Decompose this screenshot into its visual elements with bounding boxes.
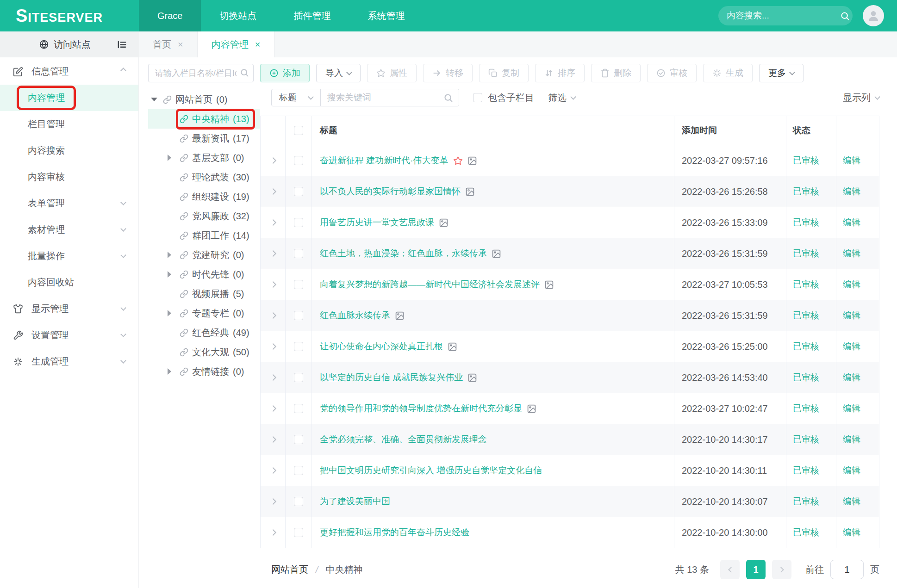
collapse-menu-icon[interactable] (117, 39, 127, 50)
edit-link[interactable]: 编辑 (843, 371, 860, 384)
row-checkbox[interactable] (294, 404, 303, 413)
display-columns-toggle[interactable]: 显示列 (843, 92, 879, 104)
nav-item-switch-site[interactable]: 切换站点 (201, 0, 275, 31)
edit-link[interactable]: 编辑 (843, 186, 860, 198)
transfer-button[interactable]: 转移 (423, 64, 473, 82)
add-button[interactable]: 添加 (260, 64, 310, 82)
channel-search-input[interactable] (148, 64, 254, 82)
sort-button[interactable]: 排序 (535, 64, 585, 82)
attribute-button[interactable]: 属性 (367, 64, 417, 82)
edit-link[interactable]: 编辑 (843, 155, 860, 167)
edit-link[interactable]: 编辑 (843, 433, 860, 446)
edit-link[interactable]: 编辑 (843, 279, 860, 291)
row-checkbox[interactable] (294, 435, 303, 444)
prev-page-button[interactable] (720, 560, 740, 579)
sidebar-item-batch-operations[interactable]: 批量操作 (0, 243, 138, 269)
row-checkbox[interactable] (294, 249, 303, 258)
tree-item-central-spirit[interactable]: 中央精神 (13) (148, 109, 260, 129)
include-children-checkbox[interactable]: 包含子栏目 (473, 92, 534, 104)
sidebar-item-recycle-bin[interactable]: 内容回收站 (0, 269, 138, 296)
user-avatar[interactable] (863, 5, 884, 26)
filter-toggle[interactable]: 筛选 (548, 92, 575, 104)
caret-right-icon[interactable] (168, 368, 171, 375)
sidebar-item-material-management[interactable]: 素材管理 (0, 217, 138, 243)
content-title-link[interactable]: 为了建设美丽中国 (320, 495, 390, 508)
edit-link[interactable]: 编辑 (843, 217, 860, 229)
content-title-link[interactable]: 用鲁艺历史讲一堂文艺思政课 (320, 217, 448, 229)
row-checkbox[interactable] (294, 342, 303, 351)
row-checkbox[interactable] (294, 280, 303, 289)
sidebar-item-column-management[interactable]: 栏目管理 (0, 111, 138, 137)
expand-row-icon[interactable] (269, 436, 276, 443)
expand-row-icon[interactable] (269, 529, 276, 536)
expand-row-icon[interactable] (269, 250, 276, 257)
content-title-link[interactable]: 红色血脉永续传承 (320, 309, 405, 322)
edit-link[interactable]: 编辑 (843, 248, 860, 260)
row-checkbox[interactable] (294, 311, 303, 320)
close-icon[interactable] (255, 39, 261, 50)
expand-row-icon[interactable] (269, 343, 276, 350)
channel-search[interactable] (148, 64, 254, 82)
content-title-link[interactable]: 让初心使命在内心深处真正扎根 (320, 340, 457, 353)
expand-row-icon[interactable] (269, 219, 276, 226)
breadcrumb-root[interactable]: 网站首页 (271, 563, 308, 576)
caret-right-icon[interactable] (168, 252, 171, 258)
visit-site[interactable]: 访问站点 (0, 31, 138, 57)
sidebar-item-form-management[interactable]: 表单管理 (0, 190, 138, 217)
row-checkbox[interactable] (294, 466, 303, 475)
caret-right-icon[interactable] (168, 271, 171, 278)
tree-item-red-classics[interactable]: 红色经典(49) (148, 323, 260, 342)
search-icon[interactable] (443, 93, 453, 103)
content-title-link[interactable]: 向着复兴梦想的新跨越——新时代中国经济社会发展述评 (320, 279, 554, 291)
tree-item-party-research[interactable]: 党建研究(0) (148, 245, 260, 265)
caret-right-icon[interactable] (168, 310, 171, 316)
row-checkbox[interactable] (294, 218, 303, 227)
expand-row-icon[interactable] (269, 405, 276, 412)
expand-row-icon[interactable] (269, 467, 276, 474)
tab-home[interactable]: 首页 (139, 31, 198, 57)
next-page-button[interactable] (772, 560, 791, 579)
expand-row-icon[interactable] (269, 281, 276, 288)
tree-item-theory[interactable]: 理论武装(30) (148, 167, 260, 187)
edit-link[interactable]: 编辑 (843, 309, 860, 322)
sidebar-item-content-management[interactable]: 内容管理 (0, 85, 138, 111)
expand-row-icon[interactable] (269, 312, 276, 319)
tree-item-era-pioneer[interactable]: 时代先锋(0) (148, 265, 260, 284)
expand-row-icon[interactable] (269, 157, 276, 164)
tab-content-management[interactable]: 内容管理 (198, 31, 275, 57)
copy-button[interactable]: 复制 (479, 64, 529, 82)
content-title-link[interactable]: 更好把握和运用党的百年奋斗历史经验 (320, 526, 469, 538)
edit-link[interactable]: 编辑 (843, 402, 860, 415)
content-title-link[interactable]: 把中国文明历史研究引向深入 增强历史自觉坚定文化自信 (320, 464, 542, 477)
nav-item-system[interactable]: 系统管理 (349, 0, 423, 31)
content-title-link[interactable]: 红色土地，热血浸染；红色血脉，永续传承 (320, 248, 501, 260)
tree-item-video[interactable]: 视频展播(5) (148, 284, 260, 303)
row-checkbox[interactable] (294, 156, 303, 165)
current-page-button[interactable]: 1 (746, 560, 766, 579)
edit-link[interactable]: 编辑 (843, 340, 860, 353)
expand-row-icon[interactable] (269, 498, 276, 505)
content-title-link[interactable]: 党的领导作用和党的领导制度优势在新时代充分彰显 (320, 402, 536, 415)
nav-item-plugins[interactable]: 插件管理 (275, 0, 349, 31)
row-checkbox[interactable] (294, 528, 303, 537)
tree-item-party-conduct[interactable]: 党风廉政(32) (148, 206, 260, 226)
expand-row-icon[interactable] (269, 374, 276, 381)
select-all-checkbox[interactable] (294, 126, 303, 135)
edit-link[interactable]: 编辑 (843, 526, 860, 538)
row-checkbox[interactable] (294, 187, 303, 196)
sidebar-item-content-review[interactable]: 内容审核 (0, 164, 138, 190)
expand-row-icon[interactable] (269, 188, 276, 195)
nav-item-user[interactable]: Grace (139, 0, 201, 31)
edit-link[interactable]: 编辑 (843, 495, 860, 508)
caret-down-icon[interactable] (151, 98, 157, 101)
global-search-input[interactable] (727, 11, 840, 21)
sidebar-item-content-search[interactable]: 内容搜索 (0, 137, 138, 164)
goto-page-input[interactable] (830, 560, 864, 579)
sidebar-group-display[interactable]: 显示管理 (0, 296, 138, 322)
search-icon[interactable] (840, 11, 850, 21)
tree-item-site-home[interactable]: 网站首页 (0) (148, 90, 260, 109)
import-button[interactable]: 导入 (316, 64, 361, 82)
row-checkbox[interactable] (294, 497, 303, 506)
keyword-input[interactable] (321, 89, 459, 106)
content-title-link[interactable]: 以不负人民的实际行动彰显家国情怀 (320, 186, 475, 198)
